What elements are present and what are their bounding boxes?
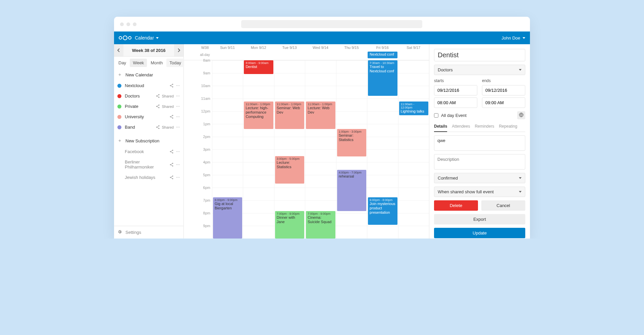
current-period-label[interactable]: Week 38 of 2016 — [123, 44, 174, 56]
svg-point-6 — [158, 94, 159, 95]
prev-week-button[interactable] — [114, 44, 123, 56]
view-week-button[interactable]: Week — [130, 59, 147, 67]
calendar-item[interactable]: Band Shared — [114, 122, 183, 132]
calendar-item[interactable]: University — [114, 112, 183, 122]
svg-point-2 — [172, 86, 173, 87]
timezone-button[interactable] — [517, 111, 525, 119]
day-column[interactable]: 8:00am - 9:00amDentist11:00am - 1:00pmLe… — [243, 60, 274, 239]
new-subscription-button[interactable]: ＋ New Subscription — [114, 135, 183, 146]
update-button[interactable]: Update — [434, 228, 525, 238]
subscription-item[interactable]: Facebook — [114, 146, 183, 157]
calendar-event[interactable]: 11:00am - 1:00pmLecture: Web Dev — [306, 102, 335, 129]
start-time-input[interactable] — [434, 97, 477, 108]
calendar-item[interactable]: Private Shared — [114, 101, 183, 112]
event-share-mode-select[interactable]: When shared show full event — [434, 187, 525, 197]
event-time: 11:00am - 1:00pm — [308, 103, 333, 106]
share-icon[interactable] — [169, 115, 174, 119]
calendar-event[interactable]: 8:00am - 9:00amDentist — [244, 60, 273, 74]
calendar-name: Band — [125, 125, 152, 130]
cancel-button[interactable]: Cancel — [481, 200, 525, 211]
event-title-input[interactable]: Dentist — [434, 49, 525, 61]
url-bar[interactable] — [241, 20, 422, 28]
share-icon[interactable] — [156, 104, 160, 109]
day-column[interactable]: 11:00am - 1:00pmLecture: Web Dev7:00pm -… — [305, 60, 336, 239]
calendar-name: Doctors — [125, 93, 152, 98]
calendar-event[interactable]: 3:00pm - 5:00pmLecture: Statistics — [275, 156, 304, 184]
day-column[interactable]: 6:00pm - 9:00pmGig at local Biergarten — [212, 60, 243, 239]
view-month-button[interactable]: Month — [148, 59, 166, 67]
calendar-event[interactable]: 7:00pm - 9:00pmCinema: Suicide Squad — [306, 211, 335, 239]
calendar-event[interactable]: 11:00am - 1:00pmLecture: high-performanc… — [244, 102, 273, 129]
share-icon[interactable] — [169, 175, 174, 180]
settings-button[interactable]: Settings — [114, 226, 183, 239]
today-button[interactable]: Today — [166, 59, 184, 67]
more-icon[interactable] — [176, 125, 180, 129]
time-label: 4pm — [198, 160, 212, 173]
share-icon[interactable] — [156, 94, 160, 98]
more-icon[interactable] — [176, 162, 180, 167]
calendar-event[interactable]: 11:00am - 12:00pmLightning talks — [399, 102, 428, 115]
event-calendar-select[interactable]: Doctors — [434, 65, 525, 75]
calendar-event[interactable]: 6:00pm - 9:00pmGig at local Biergarten — [213, 197, 242, 239]
next-week-button[interactable] — [174, 44, 183, 56]
more-icon[interactable] — [176, 175, 180, 180]
event-time: 4:00pm - 7:00pm — [339, 171, 365, 174]
event-status-select[interactable]: Confirmed — [434, 173, 525, 183]
export-button[interactable]: Export — [434, 214, 525, 224]
subscription-item[interactable]: Jewish holidays — [114, 172, 183, 183]
calendar-event[interactable]: 4:00pm - 7:00pmrehearsal — [337, 170, 366, 211]
day-column[interactable]: 11:00am - 1:00pmSeminar: Web Dev3:00pm -… — [274, 60, 305, 239]
day-column[interactable]: 11:00am - 12:00pmLightning talks — [398, 60, 429, 239]
calendar-event[interactable]: 6:00pm - 8:00pmJoin mysterious product p… — [368, 197, 397, 225]
chevron-down-icon — [523, 37, 525, 39]
more-icon[interactable] — [176, 115, 180, 119]
svg-point-36 — [172, 163, 173, 164]
allday-checkbox[interactable] — [434, 113, 438, 118]
share-icon[interactable] — [156, 125, 160, 129]
start-date-input[interactable] — [434, 85, 477, 95]
user-menu[interactable]: John Doe — [501, 36, 525, 41]
more-icon[interactable] — [176, 104, 180, 109]
chevron-down-icon — [519, 69, 522, 71]
more-icon[interactable] — [176, 83, 180, 88]
time-label: 3pm — [198, 147, 212, 160]
day-column[interactable]: 1:00pm - 3:00pmSeminar: Statistics4:00pm… — [336, 60, 367, 239]
tab-details[interactable]: Details — [434, 123, 447, 132]
delete-button[interactable]: Delete — [434, 200, 478, 211]
event-notes-input[interactable] — [434, 135, 525, 151]
calendar-event[interactable]: 7:30am - 10:30amTravel to Nextcloud conf — [368, 60, 397, 96]
calendar-event[interactable]: 11:00am - 1:00pmSeminar: Web Dev — [275, 102, 304, 129]
share-icon[interactable] — [169, 149, 174, 154]
calendar-event[interactable]: 1:00pm - 3:00pmSeminar: Statistics — [337, 129, 366, 156]
svg-point-21 — [176, 116, 177, 117]
event-description-input[interactable] — [434, 154, 525, 170]
tab-attendees[interactable]: Attendees — [452, 123, 470, 132]
chevron-down-icon — [519, 177, 522, 179]
tab-repeating[interactable]: Repeating — [499, 123, 517, 132]
more-icon[interactable] — [176, 94, 180, 98]
share-icon[interactable] — [169, 83, 174, 88]
end-date-input[interactable] — [482, 85, 525, 95]
share-icon[interactable] — [169, 162, 174, 167]
more-icon[interactable] — [176, 149, 180, 154]
calendar-name: University — [125, 114, 166, 119]
day-headers: W38 Sun 9/11Mon 9/12Tue 9/13Wed 9/14Thu … — [184, 44, 429, 51]
svg-point-35 — [179, 151, 179, 152]
calendar-item[interactable]: Doctors Shared — [114, 91, 183, 101]
end-time-input[interactable] — [482, 97, 525, 108]
new-calendar-button[interactable]: ＋ New Calendar — [114, 69, 183, 80]
svg-point-27 — [176, 127, 177, 127]
calendar-event[interactable]: 7:00pm - 9:00pmDinner with Jane — [275, 211, 304, 239]
calendar-item[interactable]: Nextcloud — [114, 80, 183, 91]
subscription-item[interactable]: Berliner Philharmoniker — [114, 157, 183, 172]
app-switcher[interactable]: Calendar — [135, 35, 159, 41]
day-header: Sun 9/11 — [212, 44, 243, 51]
view-day-button[interactable]: Day — [115, 59, 129, 67]
time-label: 7pm — [198, 198, 212, 211]
tab-reminders[interactable]: Reminders — [475, 123, 494, 132]
event-title: Seminar: Web Dev — [277, 106, 300, 114]
app-name: Calendar — [135, 35, 154, 41]
time-axis: 8am9am10am11am12pm1pm2pm3pm4pm5pm6pm7pm8… — [198, 60, 212, 239]
allday-event[interactable]: Nextcloud conf — [368, 52, 397, 58]
day-column[interactable]: 7:30am - 10:30amTravel to Nextcloud conf… — [367, 60, 398, 239]
